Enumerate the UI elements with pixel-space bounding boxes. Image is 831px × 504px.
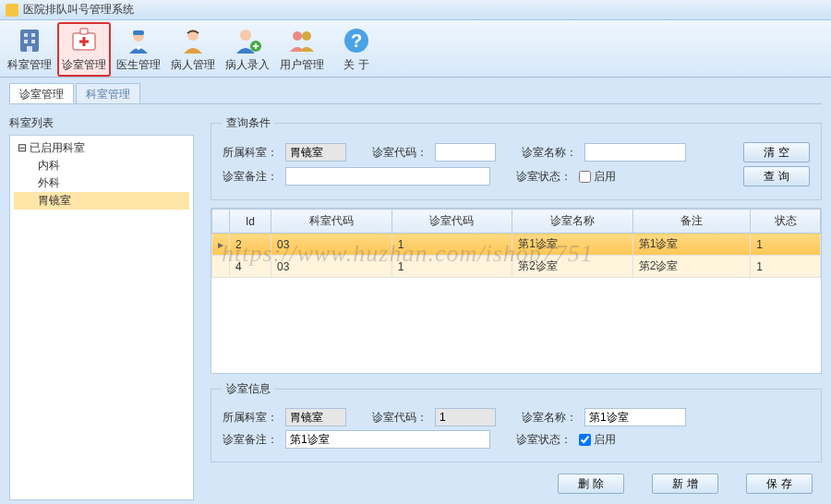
- svg-text:?: ?: [351, 30, 362, 51]
- info-code-input: [435, 408, 496, 426]
- lbl-info-remark: 诊室备注：: [223, 432, 278, 448]
- info-remark-input[interactable]: [285, 430, 490, 449]
- dept-list-panel: 科室列表 已启用科室 内科 外科 胃镜室: [9, 115, 194, 500]
- tree-item-selected[interactable]: 胃镜室: [14, 192, 189, 210]
- row-indicator-icon: ▸: [212, 234, 230, 256]
- toolbar: 科室管理 诊室管理 医生管理 病人管理 病人录入 用户管理 ? 关 于: [0, 20, 831, 78]
- tree-root[interactable]: 已启用科室: [14, 139, 189, 157]
- clear-button[interactable]: 清 空: [743, 142, 810, 162]
- tab-room-mgmt[interactable]: 诊室管理: [9, 83, 74, 103]
- svg-rect-5: [27, 46, 32, 52]
- lbl-info-dept: 所属科室：: [223, 410, 278, 426]
- tabs: 诊室管理 科室管理: [9, 83, 822, 103]
- action-row: 删 除 新 增 保 存: [211, 470, 822, 494]
- svg-rect-1: [24, 33, 28, 37]
- content-area: 诊室管理 科室管理 科室列表 已启用科室 内科 外科 胃镜室 查询条件 所属科室…: [0, 78, 831, 504]
- add-button[interactable]: 新 增: [652, 474, 718, 494]
- tree-item[interactable]: 外科: [14, 174, 189, 192]
- grid-header-row: Id 科室代码 诊室代码 诊室名称 备注 状态: [212, 210, 821, 234]
- lbl-info-code: 诊室代码：: [372, 410, 428, 426]
- room-mgmt-button[interactable]: 诊室管理: [57, 22, 111, 77]
- svg-point-14: [293, 31, 302, 41]
- delete-button[interactable]: 删 除: [558, 474, 624, 494]
- user-mgmt-button[interactable]: 用户管理: [275, 22, 329, 77]
- query-code-input[interactable]: [435, 143, 496, 162]
- svg-point-15: [302, 31, 311, 41]
- lbl-query-name: 诊室名称：: [522, 145, 577, 161]
- info-dept-input: [285, 408, 346, 426]
- save-button[interactable]: 保 存: [746, 474, 813, 494]
- lbl-info-state: 诊室状态：: [516, 432, 572, 448]
- info-legend: 诊室信息: [223, 381, 274, 397]
- dept-mgmt-button[interactable]: 科室管理: [3, 22, 56, 77]
- app-title: 医院排队叫号管理系统: [23, 2, 134, 18]
- query-enable-checkbox[interactable]: 启用: [579, 169, 616, 185]
- users-icon: [287, 26, 317, 55]
- query-fieldset: 查询条件 所属科室： 诊室代码： 诊室名称： 清 空 诊室备注： 诊室状态： 启…: [211, 115, 822, 200]
- svg-rect-9: [133, 30, 144, 35]
- query-remark-input[interactable]: [285, 167, 490, 186]
- svg-rect-7: [80, 29, 88, 34]
- doctor-mgmt-button[interactable]: 医生管理: [112, 22, 165, 77]
- lbl-query-dept: 所属科室：: [223, 145, 278, 161]
- help-icon: ?: [342, 26, 371, 55]
- app-icon: [6, 4, 18, 17]
- tree-item[interactable]: 内科: [14, 157, 189, 174]
- svg-point-10: [137, 46, 140, 50]
- lbl-query-state: 诊室状态：: [516, 169, 572, 185]
- search-button[interactable]: 查 询: [743, 166, 810, 186]
- tab-dept-mgmt[interactable]: 科室管理: [76, 83, 140, 103]
- workspace: 科室列表 已启用科室 内科 外科 胃镜室 查询条件 所属科室： 诊室代码： 诊室…: [9, 103, 822, 500]
- grid-row-selected[interactable]: ▸ 2 03 1 第1诊室 第1诊室 1: [212, 234, 821, 256]
- grid-row[interactable]: 4 03 1 第2诊室 第2诊室 1: [212, 256, 821, 278]
- right-panel: 查询条件 所属科室： 诊室代码： 诊室名称： 清 空 诊室备注： 诊室状态： 启…: [211, 115, 822, 500]
- info-fieldset: 诊室信息 所属科室： 诊室代码： 诊室名称： 诊室备注： 诊室状态： 启用: [211, 381, 822, 462]
- about-button[interactable]: ? 关 于: [330, 22, 383, 77]
- query-name-input[interactable]: [584, 143, 686, 162]
- patient-icon: [178, 26, 208, 55]
- doctor-icon: [124, 26, 153, 55]
- patient-add-icon: [233, 26, 262, 55]
- titlebar: 医院排队叫号管理系统: [0, 0, 831, 20]
- query-dept-input: [285, 143, 346, 162]
- result-grid[interactable]: Id 科室代码 诊室代码 诊室名称 备注 状态 ▸ 2 03 1 第1: [211, 208, 822, 374]
- patient-mgmt-button[interactable]: 病人管理: [166, 22, 220, 77]
- building-icon: [15, 26, 44, 55]
- lbl-info-name: 诊室名称：: [522, 410, 577, 426]
- svg-rect-3: [24, 40, 28, 43]
- lbl-query-remark: 诊室备注：: [223, 169, 278, 185]
- patient-entry-button[interactable]: 病人录入: [221, 22, 274, 77]
- query-legend: 查询条件: [223, 115, 274, 131]
- svg-rect-4: [31, 40, 35, 43]
- room-icon: [69, 26, 99, 55]
- svg-point-12: [240, 30, 251, 41]
- dept-list-title: 科室列表: [9, 115, 194, 131]
- svg-rect-2: [31, 33, 35, 37]
- info-enable-checkbox[interactable]: 启用: [579, 432, 616, 448]
- lbl-query-code: 诊室代码：: [372, 145, 428, 161]
- info-name-input[interactable]: [584, 408, 686, 426]
- dept-tree[interactable]: 已启用科室 内科 外科 胃镜室: [9, 135, 194, 500]
